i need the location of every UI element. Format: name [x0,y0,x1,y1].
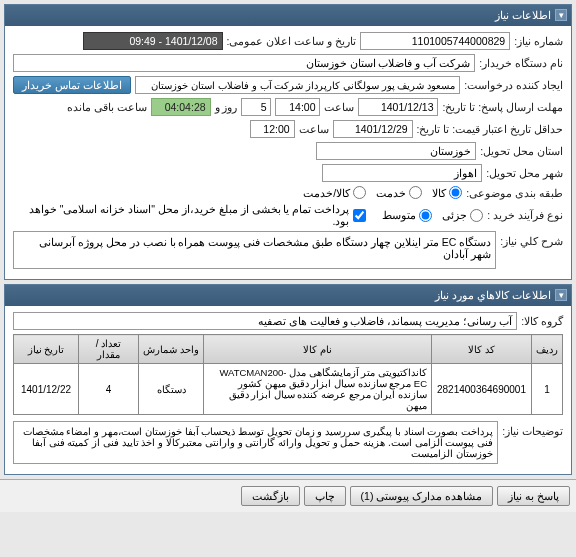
pt-medium-radio[interactable] [419,209,432,222]
day-val-field: 5 [241,98,271,116]
cell-unit: دستگاه [139,364,204,415]
panel1-body: شماره نیاز: 1101005744000829 تاریخ و ساع… [5,26,571,279]
reply-date-field: 1401/12/13 [358,98,438,116]
th-code: کد کالا [432,335,532,364]
panel1-header: ▾ اطلاعات نیاز [5,5,571,26]
th-idx: ردیف [532,335,563,364]
reply-hour-field: 14:00 [275,98,320,116]
panel1-title: اطلاعات نیاز [495,9,551,21]
cat-goods-option[interactable]: کالا [432,186,462,199]
panel2-title: اطلاعات كالاهاي مورد نیاز [435,289,551,301]
city-field: اهواز [322,164,482,182]
buyer-org-field: شرکت آب و فاضلاب استان خوزستان [13,54,475,72]
attachments-button[interactable]: مشاهده مدارک پیوستی (1) [350,486,494,506]
province-field: خوزستان [316,142,476,160]
need-no-field: 1101005744000829 [360,32,510,50]
panel2-header: ▾ اطلاعات كالاهاي مورد نیاز [5,285,571,306]
cat-service-option[interactable]: خدمت [376,186,422,199]
cat-service-radio[interactable] [409,186,422,199]
purchase-type-radio-group: جزئی متوسط [382,209,483,222]
purchase-type-label: نوع فرآیند خرید : [487,209,563,221]
requester-label: ایجاد کننده درخواست: [464,79,563,91]
purchase-note-text: پرداخت تمام یا بخشی از مبلغ خرید،از محل … [13,203,349,227]
province-label: استان محل تحویل: [480,145,563,157]
th-name: نام کالا [204,335,432,364]
validity-hour-field: 12:00 [250,120,295,138]
cell-idx: 1 [532,364,563,415]
footer-buttons: پاسخ به نیاز مشاهده مدارک پیوستی (1) چاپ… [0,479,576,512]
collapse-icon[interactable]: ▾ [555,9,567,21]
cat-both-radio[interactable] [353,186,366,199]
cell-code: 2821400364690001 [432,364,532,415]
cat-both-option[interactable]: کالا/خدمت [303,186,366,199]
category-radio-group: کالا خدمت کالا/خدمت [303,186,462,199]
notes-label: توضیحات نیاز: [502,421,563,437]
collapse-icon-2[interactable]: ▾ [555,289,567,301]
hour-label-1: ساعت [324,101,354,113]
goods-panel: ▾ اطلاعات كالاهاي مورد نیاز گروه کالا: آ… [4,284,572,475]
reply-button[interactable]: پاسخ به نیاز [497,486,570,506]
cell-qty: 4 [79,364,139,415]
panel2-body: گروه کالا: آب رسانی؛ مدیریت پسماند، فاضل… [5,306,571,474]
print-button[interactable]: چاپ [304,486,346,506]
back-button[interactable]: بازگشت [241,486,300,506]
need-description: دستگاه EC متر اینلاین چهار دستگاه طبق مش… [13,231,496,269]
announce-label: تاریخ و ساعت اعلان عمومی: [227,35,357,47]
remain-time-field: 04:04:28 [151,98,211,116]
announce-field: 1401/12/08 - 09:49 [83,32,223,50]
hour-label-2: ساعت [299,123,329,135]
requester-field: مسعود شريف پور سولگاني کارپرداز شرکت آب … [135,76,460,94]
category-label: طبقه بندی موضوعی: [466,187,563,199]
buyer-org-label: نام دستگاه خریدار: [479,57,563,69]
th-qty: تعداد / مقدار [79,335,139,364]
purchase-note-checkbox[interactable] [353,209,366,222]
table-header-row: ردیف کد کالا نام کالا واحد شمارش تعداد /… [14,335,563,364]
pt-partial-option[interactable]: جزئی [442,209,483,222]
buyer-contact-button[interactable]: اطلاعات تماس خریدار [13,76,131,94]
need-info-panel: ▾ اطلاعات نیاز شماره نیاز: 1101005744000… [4,4,572,280]
purchase-note-row: پرداخت تمام یا بخشی از مبلغ خرید،از محل … [13,203,366,227]
pt-partial-radio[interactable] [470,209,483,222]
cell-date: 1401/12/22 [14,364,79,415]
city-label: شهر محل تحویل: [486,167,563,179]
desc-label: شرح کلي نیاز: [500,231,563,247]
need-notes: پرداخت بصورت اسناد با پیگیری سررسید و زم… [13,421,498,464]
goods-group-label: گروه کالا: [521,315,563,327]
th-date: تاریخ نیاز [14,335,79,364]
table-row: 1 2821400364690001 کانداکتیویتی متر آزما… [14,364,563,415]
cell-name: کانداکتیویتی متر آزمایشگاهی مدل WATCMAN2… [204,364,432,415]
th-unit: واحد شمارش [139,335,204,364]
goods-table: ردیف کد کالا نام کالا واحد شمارش تعداد /… [13,334,563,415]
validity-date-field: 1401/12/29 [333,120,413,138]
reply-deadline-label: مهلت ارسال پاسخ: تا تاریخ: [442,101,563,113]
need-no-label: شماره نیاز: [514,35,563,47]
validity-label: حداقل تاریخ اعتبار قیمت: تا تاریخ: [417,123,563,135]
pt-medium-option[interactable]: متوسط [382,209,432,222]
day-label: روز و [215,101,238,113]
cat-goods-radio[interactable] [449,186,462,199]
remain-label: ساعت باقی مانده [67,101,147,113]
goods-group-field: آب رسانی؛ مدیریت پسماند، فاضلاب و فعالیت… [13,312,517,330]
